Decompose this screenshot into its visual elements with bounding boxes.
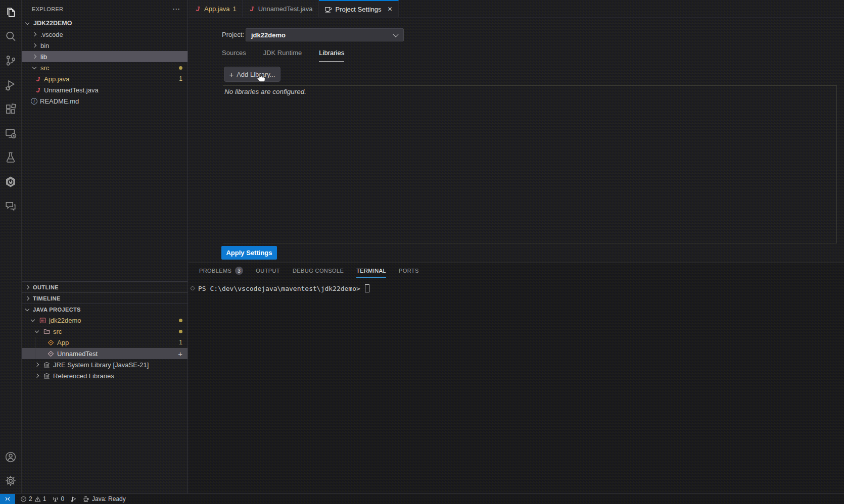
extensions-icon bbox=[5, 103, 17, 115]
activity-bar-item-spring-boot[interactable] bbox=[0, 170, 21, 194]
java-project-referenced-libraries[interactable]: Referenced Libraries bbox=[22, 370, 187, 381]
java-class-app[interactable]: App 1 bbox=[22, 337, 187, 348]
chevron-right-icon bbox=[33, 361, 40, 368]
remote-explorer-icon bbox=[5, 127, 17, 139]
package-icon bbox=[43, 328, 51, 335]
activity-bar-item-comments[interactable] bbox=[0, 194, 21, 218]
java-file-icon: J bbox=[248, 5, 255, 13]
run-debug-icon bbox=[5, 79, 17, 91]
chevron-down-icon bbox=[31, 64, 38, 71]
java-project-jdk22demo[interactable]: jdk22demo bbox=[22, 315, 187, 326]
new-member-button[interactable]: + bbox=[178, 349, 182, 358]
java-file-icon: J bbox=[34, 75, 41, 83]
section-java-projects[interactable]: JAVA PROJECTS bbox=[22, 304, 187, 315]
add-library-button[interactable]: + Add Library... bbox=[224, 67, 280, 82]
comments-icon bbox=[5, 200, 17, 212]
activity-bar-item-account[interactable] bbox=[0, 445, 21, 469]
tab-badge: 1 bbox=[233, 5, 237, 13]
activity-bar-bottom bbox=[0, 445, 21, 493]
chevron-right-icon bbox=[33, 372, 40, 379]
terminal-prompt-line[interactable]: PS C:\dev\vscodejava\maventest\jdk22demo… bbox=[191, 284, 369, 292]
divider bbox=[836, 85, 837, 243]
chevron-right-icon bbox=[31, 42, 38, 49]
tab-debug-console[interactable]: DEBUG CONSOLE bbox=[293, 268, 344, 277]
project-select-dropdown[interactable]: jdk22demo bbox=[246, 28, 404, 41]
divider bbox=[223, 85, 837, 86]
info-icon: i bbox=[31, 98, 37, 105]
tree-item-src[interactable]: src bbox=[22, 62, 187, 73]
java-project-jre-library[interactable]: JRE System Library [JavaSE-21] bbox=[22, 359, 187, 370]
run-java-status-button[interactable] bbox=[67, 494, 80, 504]
library-icon bbox=[43, 372, 51, 380]
bottom-panel: PROBLEMS 3 OUTPUT DEBUG CONSOLE TERMINAL… bbox=[189, 262, 844, 493]
activity-bar bbox=[0, 0, 21, 493]
explorer-actions-button[interactable]: ⋯ bbox=[172, 5, 180, 14]
java-status-button[interactable]: Java: Ready bbox=[80, 494, 129, 504]
ports-status-button[interactable]: 0 bbox=[49, 494, 67, 504]
chevron-right-icon bbox=[31, 53, 38, 60]
coffee-cup-icon bbox=[83, 495, 90, 502]
remote-indicator-button[interactable] bbox=[0, 494, 15, 504]
section-outline[interactable]: OUTLINE bbox=[22, 281, 187, 292]
gear-icon bbox=[5, 475, 17, 487]
panel-tab-bar: PROBLEMS 3 OUTPUT DEBUG CONSOLE TERMINAL… bbox=[199, 267, 419, 278]
tab-output[interactable]: OUTPUT bbox=[256, 268, 280, 277]
project-icon bbox=[39, 317, 46, 324]
java-project-src[interactable]: src bbox=[22, 326, 187, 337]
tree-item-vscode[interactable]: .vscode bbox=[22, 29, 187, 40]
java-file-icon: J bbox=[34, 86, 41, 94]
apply-settings-button[interactable]: Apply Settings bbox=[221, 246, 277, 260]
section-timeline[interactable]: TIMELINE bbox=[22, 292, 187, 304]
tab-problems[interactable]: PROBLEMS 3 bbox=[199, 267, 243, 278]
tree-item-bin[interactable]: bin bbox=[22, 40, 187, 51]
tab-jdk-runtime[interactable]: JDK Runtime bbox=[263, 49, 302, 62]
tree-item-app-java[interactable]: J App.java 1 bbox=[22, 73, 187, 84]
error-icon bbox=[20, 496, 27, 502]
files-icon bbox=[5, 6, 17, 18]
tab-project-settings[interactable]: Project Settings ✕ bbox=[319, 0, 399, 17]
modified-dot bbox=[179, 66, 182, 70]
close-tab-icon[interactable]: ✕ bbox=[388, 6, 393, 13]
tree-item-lib[interactable]: lib bbox=[22, 51, 187, 62]
problem-count-badge: 1 bbox=[179, 339, 182, 346]
activity-bar-item-remote-explorer[interactable] bbox=[0, 121, 21, 145]
tree-item-root-jdk22demo[interactable]: JDK22DEMO bbox=[22, 18, 187, 29]
sidebar-explorer: EXPLORER ⋯ JDK22DEMO .vscode bin lib src… bbox=[21, 0, 188, 493]
sidebar-empty-space bbox=[22, 107, 187, 281]
activity-bar-item-explorer[interactable] bbox=[0, 0, 21, 24]
tab-sources[interactable]: Sources bbox=[222, 49, 246, 62]
spring-boot-icon bbox=[5, 176, 17, 188]
run-icon bbox=[70, 496, 77, 502]
chevron-down-icon bbox=[393, 32, 398, 37]
search-icon bbox=[5, 30, 17, 42]
terminal-prompt: PS C:\dev\vscodejava\maventest\jdk22demo… bbox=[198, 285, 360, 292]
tab-app-java[interactable]: J App.java 1 bbox=[189, 0, 243, 17]
settings-section-tabs: Sources JDK Runtime Libraries bbox=[222, 49, 344, 62]
problems-status-button[interactable]: 2 1 bbox=[17, 494, 49, 504]
activity-bar-item-testing[interactable] bbox=[0, 145, 21, 170]
tree-item-readme-md[interactable]: i README.md bbox=[22, 95, 187, 107]
chevron-right-icon bbox=[31, 31, 38, 38]
divider bbox=[223, 243, 837, 243]
modified-dot bbox=[179, 330, 182, 333]
chevron-down-icon bbox=[24, 306, 31, 313]
activity-bar-item-source-control[interactable] bbox=[0, 48, 21, 73]
tree-item-unnamedtest-java[interactable]: J UnnamedTest.java bbox=[22, 84, 187, 95]
tab-ports[interactable]: PORTS bbox=[399, 268, 419, 277]
project-label: Project: bbox=[222, 28, 244, 41]
tab-terminal[interactable]: TERMINAL bbox=[356, 268, 386, 278]
status-bar: 2 1 0 Java: Ready bbox=[0, 493, 844, 504]
tab-unnamedtest-java[interactable]: J UnnamedTest.java bbox=[243, 0, 319, 17]
project-settings-editor: Project: jdk22demo Sources JDK Runtime L… bbox=[189, 18, 844, 262]
activity-bar-item-run-and-debug[interactable] bbox=[0, 73, 21, 97]
activity-bar-item-search[interactable] bbox=[0, 24, 21, 48]
java-class-unnamedtest[interactable]: UnnamedTest + bbox=[22, 348, 187, 359]
tab-libraries[interactable]: Libraries bbox=[319, 49, 344, 62]
remote-icon bbox=[4, 495, 11, 502]
beaker-icon bbox=[5, 152, 17, 164]
library-icon bbox=[43, 361, 51, 369]
activity-bar-item-settings[interactable] bbox=[0, 469, 21, 492]
editor-area: J App.java 1 J UnnamedTest.java Project … bbox=[189, 0, 844, 493]
activity-bar-item-extensions[interactable] bbox=[0, 97, 21, 121]
java-file-icon: J bbox=[194, 5, 201, 13]
